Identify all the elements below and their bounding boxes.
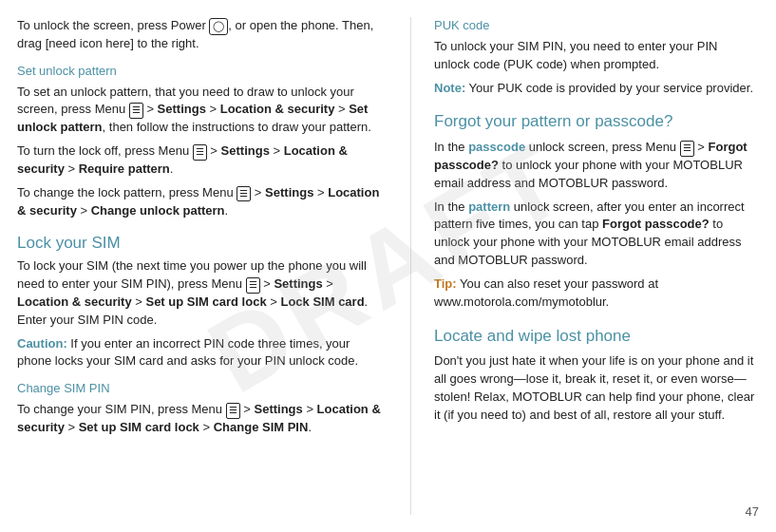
power-icon: ◯ [209, 18, 228, 35]
set-unlock-pattern-para2: To turn the lock off, press Menu ☰ > Set… [17, 142, 388, 179]
forgot-pattern-para1: In the passcode unlock screen, press Men… [434, 139, 755, 193]
change-unlock-pattern-label: Change unlock pattern [91, 203, 225, 218]
pattern-word: pattern [468, 200, 510, 214]
tip-paragraph: Tip: You can also reset your password at… [434, 276, 755, 312]
set-up-sim-label-2: Set up SIM card lock [79, 420, 199, 434]
puk-code-para1: To unlock your SIM PIN, you need to ente… [434, 38, 755, 74]
column-divider [410, 17, 411, 515]
puk-code-note: Note: Your PUK code is provided by your … [434, 80, 755, 98]
puk-code-heading: PUK code [434, 17, 755, 35]
left-column: To unlock the screen, press Power ◯, or … [17, 17, 388, 515]
tip-label: Tip: [434, 276, 457, 291]
caution-paragraph: Caution: If you enter an incorrect PIN c… [17, 335, 388, 371]
menu-icon-4: ☰ [246, 277, 260, 294]
locate-wipe-para: Don't you just hate it when your life is… [434, 352, 755, 424]
change-sim-pin-para: To change your SIM PIN, press Menu ☰ > S… [17, 401, 388, 437]
page-number: 47 [746, 504, 759, 519]
locate-wipe-heading: Locate and wipe lost phone [434, 325, 755, 349]
menu-icon-5: ☰ [226, 403, 240, 419]
page-container: To unlock the screen, press Power ◯, or … [0, 0, 776, 532]
location-security-label-5: Location & security [17, 402, 381, 434]
settings-label-4: Settings [274, 276, 322, 291]
change-sim-pin-heading: Change SIM PIN [17, 380, 388, 398]
caution-label: Caution: [17, 336, 67, 351]
menu-icon-6: ☰ [680, 141, 694, 157]
lock-your-sim-para: To lock your SIM (the next time you powe… [17, 257, 388, 329]
set-up-sim-label: Set up SIM card lock [145, 294, 266, 309]
location-security-label-1: Location & security [220, 102, 335, 116]
menu-icon-1: ☰ [129, 103, 143, 119]
set-unlock-pattern-para1: To set an unlock pattern, that you need … [17, 84, 388, 138]
settings-label-5: Settings [254, 402, 302, 416]
lock-your-sim-heading: Lock your SIM [17, 232, 388, 256]
location-security-label-4: Location & security [17, 294, 132, 309]
require-pattern-label: Require pattern [79, 162, 170, 176]
intro-paragraph: To unlock the screen, press Power ◯, or … [17, 17, 388, 53]
forgot-passcode-label-2: Forgot passcode? [602, 217, 710, 231]
note-label: Note: [434, 81, 465, 95]
passcode-word: passcode [468, 140, 525, 154]
change-sim-pin-label: Change SIM PIN [214, 420, 309, 434]
right-column: PUK code To unlock your SIM PIN, you nee… [434, 17, 755, 515]
set-unlock-pattern-heading: Set unlock pattern [17, 63, 388, 81]
menu-icon-2: ☰ [193, 144, 207, 161]
set-unlock-pattern-para3: To change the lock pattern, press Menu ☰… [17, 184, 388, 220]
lock-sim-label: Lock SIM card [280, 294, 364, 309]
forgot-pattern-heading: Forgot your pattern or passcode? [434, 110, 755, 134]
location-security-label-2: Location & security [17, 143, 348, 176]
menu-icon-3: ☰ [237, 186, 251, 202]
forgot-pattern-para2: In the pattern unlock screen, after you … [434, 199, 755, 270]
settings-label-2: Settings [221, 143, 270, 158]
settings-label-3: Settings [265, 185, 313, 200]
settings-label-1: Settings [158, 102, 206, 116]
